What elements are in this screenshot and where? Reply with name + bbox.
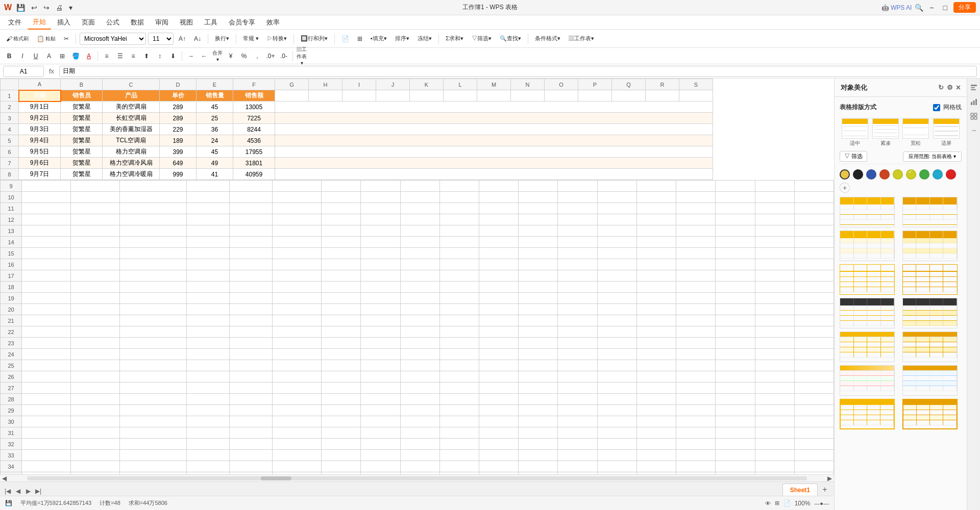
cell-14-16[interactable] [716,237,755,248]
cell-E2[interactable]: 45 [197,101,233,113]
cell-12-10[interactable] [479,214,519,225]
row-num-5[interactable]: 5 [1,135,19,146]
cell-D4[interactable]: 229 [160,124,197,135]
cell-10-6[interactable] [322,192,361,203]
cell-29-10[interactable] [479,405,519,416]
cell-20-6[interactable] [322,304,361,315]
cell-27-13[interactable] [597,382,636,394]
cell-B6[interactable]: 贺繁星 [61,146,103,158]
cell-27-10[interactable] [479,382,519,394]
cell-F8[interactable]: 40959 [233,169,275,180]
cell-27-9[interactable] [439,382,479,394]
cell-9-11[interactable] [519,181,558,192]
cell-R1[interactable] [646,90,679,101]
cell-P1[interactable] [578,90,612,101]
cell-29-5[interactable] [273,405,322,416]
cell-C4[interactable]: 美的香薰加湿器 [103,124,160,135]
cell-34-8[interactable] [400,461,439,472]
cell-24-17[interactable] [755,349,794,360]
cell-12-1[interactable] [71,214,120,225]
cell-12-2[interactable] [119,214,186,225]
cell-21-11[interactable] [519,315,558,326]
cell-34-7[interactable] [361,461,400,472]
cell-29-17[interactable] [755,405,794,416]
color-blue[interactable] [866,169,876,180]
cell-13-9[interactable] [439,225,479,237]
cell-C3[interactable]: 长虹空调扇 [103,113,160,124]
cell-23-9[interactable] [439,338,479,349]
cell-24-0[interactable] [22,349,71,360]
row-num-2[interactable]: 2 [1,101,19,113]
cell-29-18[interactable] [794,405,834,416]
cell-32-8[interactable] [400,439,439,450]
cell-19-12[interactable] [558,293,597,304]
cell-34-2[interactable] [119,461,186,472]
col-header-H[interactable]: H [309,79,342,90]
cell-32-2[interactable] [119,439,186,450]
cell-29-15[interactable] [676,405,716,416]
row-num-22[interactable]: 22 [1,326,22,338]
cell-25-15[interactable] [676,360,716,371]
cell-14-9[interactable] [439,237,479,248]
cell-24-15[interactable] [676,349,716,360]
cell-D3[interactable]: 289 [160,113,197,124]
cell-9-16[interactable] [716,181,755,192]
cell-C8[interactable]: 格力空调冷暖扇 [103,169,160,180]
cell-31-10[interactable] [479,427,519,439]
cell-11-0[interactable] [22,203,71,214]
cell-21-18[interactable] [794,315,834,326]
cell-reference-input[interactable]: A1 [3,66,44,77]
cell-G1[interactable] [275,90,309,101]
cell-30-6[interactable] [322,416,361,427]
cell-16-15[interactable] [676,259,716,270]
cell-12-12[interactable] [558,214,597,225]
cell-23-13[interactable] [597,338,636,349]
cell-13-4[interactable] [230,225,273,237]
cell-29-3[interactable] [186,405,229,416]
cell-15-10[interactable] [479,248,519,259]
cell-30-7[interactable] [361,416,400,427]
cell-16-8[interactable] [400,259,439,270]
color-orange-red[interactable] [879,169,890,180]
sheet-tab-sheet1[interactable]: Sheet1 [782,483,818,496]
cell-20-10[interactable] [479,304,519,315]
cell-18-10[interactable] [479,282,519,293]
cell-21-5[interactable] [273,315,322,326]
cell-11-2[interactable] [119,203,186,214]
cell-E3[interactable]: 25 [197,113,233,124]
cell-13-2[interactable] [119,225,186,237]
cell-12-15[interactable] [676,214,716,225]
sheet-btn[interactable]: 📄 [338,34,352,44]
cell-31-13[interactable] [597,427,636,439]
cell-29-14[interactable] [636,405,676,416]
col-header-S[interactable]: S [679,79,713,90]
col-header-K[interactable]: K [410,79,444,90]
cell-26-13[interactable] [597,371,636,382]
scroll-right-btn[interactable]: ▶ [827,475,832,482]
cell-9-7[interactable] [361,181,400,192]
cell-24-1[interactable] [71,349,120,360]
cell-11-11[interactable] [519,203,558,214]
cell-20-18[interactable] [794,304,834,315]
sum-btn[interactable]: Σ求和▾ [443,33,467,44]
cell-12-4[interactable] [230,214,273,225]
cell-27-8[interactable] [400,382,439,394]
cell-32-6[interactable] [322,439,361,450]
cell-11-18[interactable] [794,203,834,214]
cell-31-16[interactable] [716,427,755,439]
cell-11-10[interactable] [479,203,519,214]
cell-34-4[interactable] [230,461,273,472]
cell-15-13[interactable] [597,248,636,259]
cell-28-6[interactable] [322,394,361,405]
cell-E1[interactable]: 销售量 [197,90,233,101]
cell-13-7[interactable] [361,225,400,237]
cell-25-0[interactable] [22,360,71,371]
cell-27-7[interactable] [361,382,400,394]
cell-33-16[interactable] [716,450,755,461]
cell-29-13[interactable] [597,405,636,416]
cell-17-17[interactable] [755,270,794,282]
row-num-24[interactable]: 24 [1,349,22,360]
cell-D2[interactable]: 289 [160,101,197,113]
cell-28-0[interactable] [22,394,71,405]
color-yellow[interactable] [840,169,850,180]
